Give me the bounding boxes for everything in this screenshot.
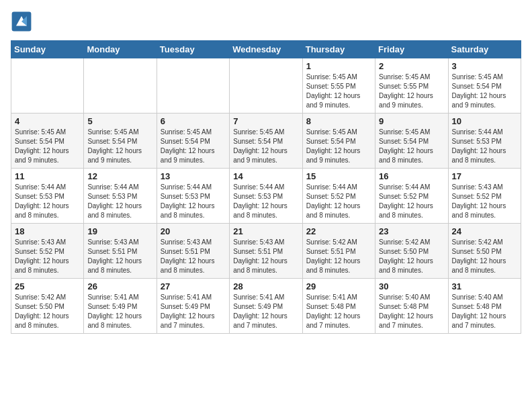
page-header <box>11 11 521 32</box>
day-info: Sunrise: 5:43 AM Sunset: 5:51 PM Dayligh… <box>87 238 152 275</box>
weekday-header-saturday: Saturday <box>448 41 521 58</box>
weekday-header-wednesday: Wednesday <box>230 41 302 58</box>
day-info: Sunrise: 5:43 AM Sunset: 5:52 PM Dayligh… <box>15 238 80 275</box>
day-number: 20 <box>161 226 226 236</box>
day-info: Sunrise: 5:44 AM Sunset: 5:53 PM Dayligh… <box>15 183 80 220</box>
calendar-cell: 22Sunrise: 5:42 AM Sunset: 5:51 PM Dayli… <box>302 224 375 279</box>
day-number: 18 <box>15 226 80 236</box>
logo-icon <box>11 11 32 32</box>
day-number: 17 <box>452 171 517 181</box>
calendar-cell <box>11 58 84 113</box>
day-number: 29 <box>306 281 371 291</box>
calendar-cell <box>157 58 229 113</box>
day-info: Sunrise: 5:45 AM Sunset: 5:54 PM Dayligh… <box>379 128 444 165</box>
day-info: Sunrise: 5:45 AM Sunset: 5:54 PM Dayligh… <box>233 128 298 165</box>
calendar-cell: 10Sunrise: 5:44 AM Sunset: 5:53 PM Dayli… <box>448 113 521 169</box>
day-info: Sunrise: 5:44 AM Sunset: 5:53 PM Dayligh… <box>161 183 226 220</box>
day-info: Sunrise: 5:43 AM Sunset: 5:51 PM Dayligh… <box>233 238 298 275</box>
day-info: Sunrise: 5:45 AM Sunset: 5:54 PM Dayligh… <box>306 128 371 165</box>
day-number: 26 <box>87 281 152 291</box>
day-number: 31 <box>452 281 517 291</box>
calendar-cell: 14Sunrise: 5:44 AM Sunset: 5:53 PM Dayli… <box>230 169 302 224</box>
day-info: Sunrise: 5:45 AM Sunset: 5:54 PM Dayligh… <box>452 73 517 110</box>
calendar-week-row: 18Sunrise: 5:43 AM Sunset: 5:52 PM Dayli… <box>11 224 521 279</box>
day-info: Sunrise: 5:41 AM Sunset: 5:48 PM Dayligh… <box>306 293 371 330</box>
calendar-cell: 31Sunrise: 5:40 AM Sunset: 5:48 PM Dayli… <box>448 279 521 334</box>
day-number: 10 <box>452 116 517 126</box>
day-info: Sunrise: 5:44 AM Sunset: 5:52 PM Dayligh… <box>379 183 444 220</box>
weekday-header-row: SundayMondayTuesdayWednesdayThursdayFrid… <box>11 41 521 58</box>
day-number: 1 <box>306 61 371 71</box>
calendar-cell: 27Sunrise: 5:41 AM Sunset: 5:49 PM Dayli… <box>157 279 229 334</box>
calendar-cell: 24Sunrise: 5:42 AM Sunset: 5:50 PM Dayli… <box>448 224 521 279</box>
day-number: 28 <box>233 281 298 291</box>
day-number: 3 <box>452 61 517 71</box>
calendar-cell: 21Sunrise: 5:43 AM Sunset: 5:51 PM Dayli… <box>230 224 302 279</box>
calendar-cell: 23Sunrise: 5:42 AM Sunset: 5:50 PM Dayli… <box>375 224 448 279</box>
calendar-cell: 11Sunrise: 5:44 AM Sunset: 5:53 PM Dayli… <box>11 169 84 224</box>
day-info: Sunrise: 5:44 AM Sunset: 5:52 PM Dayligh… <box>306 183 371 220</box>
calendar-cell: 13Sunrise: 5:44 AM Sunset: 5:53 PM Dayli… <box>157 169 229 224</box>
day-info: Sunrise: 5:42 AM Sunset: 5:50 PM Dayligh… <box>452 238 517 275</box>
day-number: 13 <box>161 171 226 181</box>
day-info: Sunrise: 5:44 AM Sunset: 5:53 PM Dayligh… <box>452 128 517 165</box>
day-info: Sunrise: 5:43 AM Sunset: 5:51 PM Dayligh… <box>161 238 226 275</box>
calendar-cell <box>230 58 302 113</box>
weekday-header-monday: Monday <box>84 41 157 58</box>
day-number: 7 <box>233 116 298 126</box>
calendar-cell: 2Sunrise: 5:45 AM Sunset: 5:55 PM Daylig… <box>375 58 448 113</box>
day-info: Sunrise: 5:40 AM Sunset: 5:48 PM Dayligh… <box>379 293 444 330</box>
calendar-cell <box>84 58 157 113</box>
day-number: 21 <box>233 226 298 236</box>
day-number: 15 <box>306 171 371 181</box>
day-number: 19 <box>87 226 152 236</box>
calendar-week-row: 11Sunrise: 5:44 AM Sunset: 5:53 PM Dayli… <box>11 169 521 224</box>
calendar-cell: 26Sunrise: 5:41 AM Sunset: 5:49 PM Dayli… <box>84 279 157 334</box>
weekday-header-thursday: Thursday <box>302 41 375 58</box>
day-number: 6 <box>161 116 226 126</box>
day-info: Sunrise: 5:40 AM Sunset: 5:48 PM Dayligh… <box>452 293 517 330</box>
calendar-cell: 18Sunrise: 5:43 AM Sunset: 5:52 PM Dayli… <box>11 224 84 279</box>
calendar-cell: 9Sunrise: 5:45 AM Sunset: 5:54 PM Daylig… <box>375 113 448 169</box>
calendar-cell: 29Sunrise: 5:41 AM Sunset: 5:48 PM Dayli… <box>302 279 375 334</box>
weekday-header-tuesday: Tuesday <box>157 41 229 58</box>
logo <box>11 11 35 32</box>
day-info: Sunrise: 5:45 AM Sunset: 5:54 PM Dayligh… <box>15 128 80 165</box>
calendar-cell: 25Sunrise: 5:42 AM Sunset: 5:50 PM Dayli… <box>11 279 84 334</box>
calendar-week-row: 1Sunrise: 5:45 AM Sunset: 5:55 PM Daylig… <box>11 58 521 113</box>
calendar-cell: 28Sunrise: 5:41 AM Sunset: 5:49 PM Dayli… <box>230 279 302 334</box>
day-info: Sunrise: 5:43 AM Sunset: 5:52 PM Dayligh… <box>452 183 517 220</box>
calendar-cell: 6Sunrise: 5:45 AM Sunset: 5:54 PM Daylig… <box>157 113 229 169</box>
day-number: 11 <box>15 171 80 181</box>
day-info: Sunrise: 5:44 AM Sunset: 5:53 PM Dayligh… <box>233 183 298 220</box>
day-number: 16 <box>379 171 444 181</box>
calendar-cell: 16Sunrise: 5:44 AM Sunset: 5:52 PM Dayli… <box>375 169 448 224</box>
day-number: 2 <box>379 61 444 71</box>
day-info: Sunrise: 5:42 AM Sunset: 5:50 PM Dayligh… <box>379 238 444 275</box>
day-info: Sunrise: 5:45 AM Sunset: 5:54 PM Dayligh… <box>87 128 152 165</box>
calendar-cell: 5Sunrise: 5:45 AM Sunset: 5:54 PM Daylig… <box>84 113 157 169</box>
day-number: 22 <box>306 226 371 236</box>
day-info: Sunrise: 5:41 AM Sunset: 5:49 PM Dayligh… <box>233 293 298 330</box>
calendar-cell: 3Sunrise: 5:45 AM Sunset: 5:54 PM Daylig… <box>448 58 521 113</box>
day-number: 24 <box>452 226 517 236</box>
day-number: 30 <box>379 281 444 291</box>
calendar-cell: 30Sunrise: 5:40 AM Sunset: 5:48 PM Dayli… <box>375 279 448 334</box>
day-info: Sunrise: 5:42 AM Sunset: 5:51 PM Dayligh… <box>306 238 371 275</box>
calendar-cell: 20Sunrise: 5:43 AM Sunset: 5:51 PM Dayli… <box>157 224 229 279</box>
calendar-cell: 8Sunrise: 5:45 AM Sunset: 5:54 PM Daylig… <box>302 113 375 169</box>
calendar-cell: 19Sunrise: 5:43 AM Sunset: 5:51 PM Dayli… <box>84 224 157 279</box>
calendar-week-row: 25Sunrise: 5:42 AM Sunset: 5:50 PM Dayli… <box>11 279 521 334</box>
day-number: 5 <box>87 116 152 126</box>
day-number: 9 <box>379 116 444 126</box>
day-info: Sunrise: 5:45 AM Sunset: 5:55 PM Dayligh… <box>379 73 444 110</box>
day-info: Sunrise: 5:42 AM Sunset: 5:50 PM Dayligh… <box>15 293 80 330</box>
day-number: 27 <box>161 281 226 291</box>
day-info: Sunrise: 5:45 AM Sunset: 5:55 PM Dayligh… <box>306 73 371 110</box>
weekday-header-sunday: Sunday <box>11 41 84 58</box>
calendar-cell: 7Sunrise: 5:45 AM Sunset: 5:54 PM Daylig… <box>230 113 302 169</box>
day-number: 14 <box>233 171 298 181</box>
day-info: Sunrise: 5:41 AM Sunset: 5:49 PM Dayligh… <box>161 293 226 330</box>
weekday-header-friday: Friday <box>375 41 448 58</box>
day-number: 4 <box>15 116 80 126</box>
